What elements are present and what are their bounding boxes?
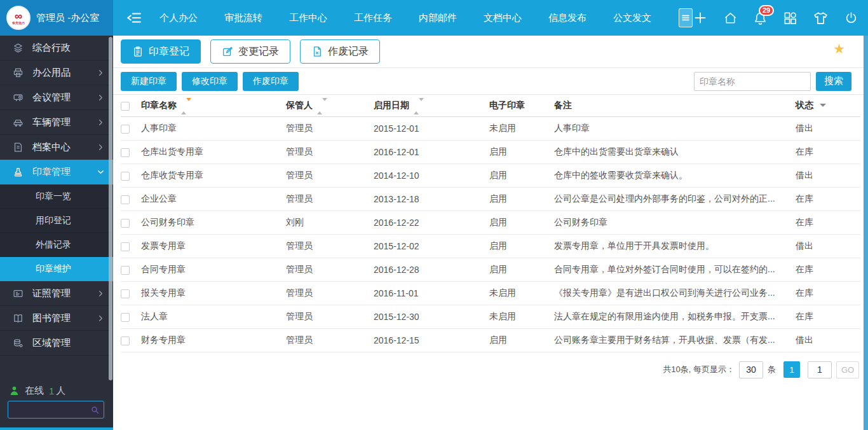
nav-official-docs[interactable]: 公文发文 — [600, 0, 665, 36]
add-icon[interactable] — [693, 10, 708, 25]
row-checkbox-cell — [121, 305, 141, 328]
sidebar-collapse-icon[interactable] — [126, 10, 142, 26]
cell-eseal: 启用 — [489, 187, 554, 211]
search-button[interactable]: 搜索 — [816, 72, 851, 91]
select-all-checkbox[interactable] — [121, 102, 130, 111]
cell-keeper: 管理员 — [286, 305, 374, 328]
pagination: 共10条, 每页显示： 条 1 GO — [113, 352, 868, 378]
row-checkbox[interactable] — [121, 219, 130, 228]
col-status[interactable]: 状态 — [796, 95, 860, 116]
sidebar-item-label: 图书管理 — [32, 312, 71, 324]
tab-seal-register[interactable]: 印章登记 — [121, 39, 201, 64]
row-checkbox[interactable] — [121, 195, 130, 204]
nav-work-tasks[interactable]: 工作任务 — [341, 0, 405, 36]
table-row: 企业公章管理员2013-12-18启用公司公章是公司处理内外部事务的印鉴，公司对… — [121, 187, 860, 211]
favorite-star-icon[interactable]: ★ — [833, 42, 845, 55]
sidebar-item-label: 档案中心 — [32, 141, 71, 153]
col-enable-date[interactable]: 启用日期 — [374, 95, 489, 116]
row-checkbox[interactable] — [121, 266, 130, 275]
row-checkbox-cell — [121, 211, 141, 234]
cell-date: 2016-12-15 — [374, 328, 489, 352]
cell-eseal: 启用 — [489, 258, 554, 281]
archive-file-icon — [13, 142, 24, 153]
main-scrollbar[interactable] — [864, 36, 868, 430]
nav-internal-mail[interactable]: 内部邮件 — [405, 0, 470, 36]
page-size-input[interactable] — [739, 361, 763, 378]
table-row: 仓库出货专用章管理员2016-12-01启用仓库中的出货需要出货章来确认在库 — [121, 140, 860, 163]
go-button[interactable]: GO — [836, 361, 859, 378]
cell-date: 2016-12-22 — [374, 211, 489, 234]
nav-info-publish[interactable]: 信息发布 — [535, 0, 600, 36]
nav-work-center[interactable]: 工作中心 — [276, 0, 341, 36]
sidebar-item-region-mgmt[interactable]: 区域管理 — [0, 331, 113, 356]
online-person-icon — [9, 385, 20, 396]
sort-icon[interactable] — [317, 101, 327, 111]
sidebar-scrollbar[interactable] — [109, 37, 112, 380]
power-logout-icon[interactable] — [844, 11, 858, 25]
nav-document-center[interactable]: 文档中心 — [470, 0, 535, 36]
sidebar-subitem-seal-use-register[interactable]: 用印登记 — [0, 209, 113, 233]
current-page-button[interactable]: 1 — [783, 361, 800, 378]
tab-void-records[interactable]: 作废记录 — [300, 39, 380, 64]
sort-icon[interactable] — [414, 101, 424, 111]
chevron-right-icon — [97, 94, 104, 101]
cell-status: 在库 — [796, 305, 860, 328]
cell-eseal: 未启用 — [489, 116, 554, 140]
cell-note: 公司账务章主要用于财务结算，开具收据、发票（有发... — [554, 328, 796, 352]
tab-label: 作废记录 — [328, 45, 369, 59]
sidebar-item-book-mgmt[interactable]: 图书管理 — [0, 306, 113, 331]
theme-shirt-icon[interactable] — [813, 10, 829, 26]
void-seal-button[interactable]: 作废印章 — [243, 72, 299, 91]
sidebar-search-input[interactable] — [8, 405, 90, 415]
sidebar-item-seal-mgmt[interactable]: 印章管理 — [0, 160, 113, 184]
col-seal-name[interactable]: 印章名称 — [141, 95, 286, 116]
sidebar-subitem-seal-lend-records[interactable]: 外借记录 — [0, 233, 113, 257]
modify-seal-button[interactable]: 修改印章 — [182, 72, 238, 91]
cell-date: 2016-12-28 — [374, 258, 489, 281]
sidebar-item-general-admin[interactable]: 综合行政 — [0, 36, 113, 60]
cell-keeper: 刘刚 — [286, 211, 374, 234]
row-checkbox[interactable] — [121, 289, 130, 298]
notifications-bell-icon[interactable]: 29 — [753, 11, 768, 25]
cell-keeper: 管理员 — [286, 258, 374, 281]
coins-icon — [13, 338, 24, 349]
sidebar-item-office-supplies[interactable]: 办公用品 — [0, 60, 113, 85]
new-seal-button[interactable]: 新建印章 — [121, 72, 177, 91]
sidebar-bottom-bar — [0, 427, 113, 430]
row-checkbox[interactable] — [121, 313, 130, 322]
sidebar-item-label: 印章管理 — [32, 166, 71, 178]
chevron-right-icon — [97, 69, 104, 76]
row-checkbox[interactable] — [121, 336, 130, 345]
sidebar-item-archive-center[interactable]: 档案中心 — [0, 135, 113, 160]
tab-change-records[interactable]: 变更记录 — [210, 39, 290, 64]
cell-note: 人事印章 — [554, 116, 796, 140]
seal-name-search-input[interactable] — [694, 72, 811, 91]
row-checkbox-cell — [121, 234, 141, 258]
sidebar-item-license-mgmt[interactable]: 证照管理 — [0, 281, 113, 306]
more-menu-icon[interactable] — [679, 8, 693, 27]
sidebar-subitem-seal-maintenance[interactable]: 印章维护 — [0, 257, 113, 281]
table-row: 报关专用章管理员2016-11-01未启用《报关专用章》是有进出口权公司到海关进… — [121, 281, 860, 305]
cell-status: 借出 — [796, 163, 860, 187]
page-size-unit: 条 — [768, 364, 776, 375]
search-icon[interactable] — [90, 405, 100, 415]
cell-keeper: 管理员 — [286, 140, 374, 163]
nav-personal-office[interactable]: 个人办公 — [146, 0, 211, 36]
sidebar-item-vehicle-mgmt[interactable]: 车辆管理 — [0, 110, 113, 135]
row-checkbox[interactable] — [121, 242, 130, 251]
sidebar-item-meeting-mgmt[interactable]: 会议管理 — [0, 85, 113, 110]
row-checkbox[interactable] — [121, 172, 130, 181]
nav-approval-flow[interactable]: 审批流转 — [211, 0, 276, 36]
home-icon[interactable] — [723, 11, 738, 25]
status-filter-icon[interactable] — [820, 104, 826, 107]
row-checkbox[interactable] — [121, 148, 130, 157]
col-keeper[interactable]: 保管人 — [286, 95, 374, 116]
cell-name: 发票专用章 — [141, 234, 286, 258]
goto-page-input[interactable] — [808, 361, 832, 378]
sort-icon[interactable] — [181, 101, 191, 111]
sidebar-subitem-seal-overview[interactable]: 印章一览 — [0, 184, 113, 209]
row-checkbox[interactable] — [121, 125, 130, 134]
row-checkbox-cell — [121, 258, 141, 281]
apps-grid-icon[interactable] — [783, 11, 797, 25]
cell-status: 在库 — [796, 187, 860, 211]
